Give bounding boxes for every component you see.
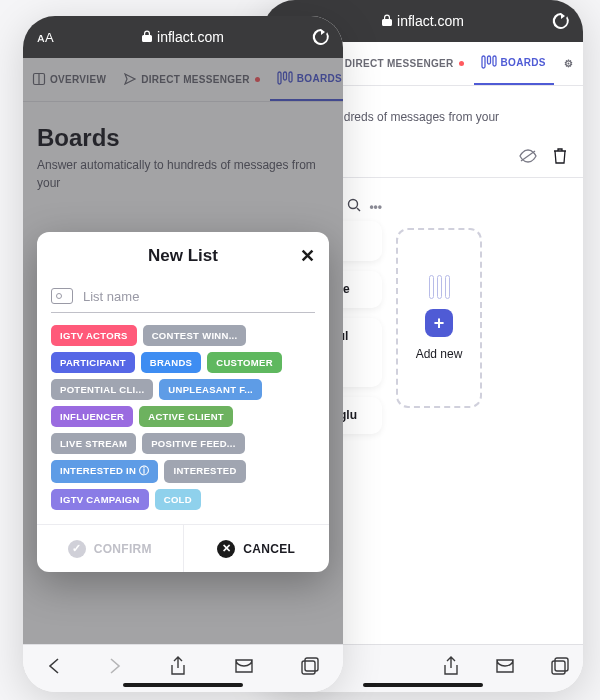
svg-rect-7 <box>555 658 568 671</box>
notification-dot <box>255 77 260 82</box>
tab-overview[interactable]: OVERVIEW <box>25 58 114 101</box>
tag-chip[interactable]: POTENTIAL CLI... <box>51 379 153 400</box>
lock-icon <box>142 29 152 45</box>
cancel-button[interactable]: ✕ CANCEL <box>184 525 330 572</box>
home-indicator <box>363 683 483 687</box>
list-name-row <box>51 288 315 313</box>
reload-icon[interactable] <box>551 11 571 31</box>
modal-footer: ✓ CONFIRM ✕ CANCEL <box>37 524 329 572</box>
notification-dot <box>459 61 464 66</box>
phone-left: ᴀA inflact.com OVERVIEW DIRECT MESSENGER <box>23 16 343 692</box>
tag-chip[interactable]: INFLUENCER <box>51 406 133 427</box>
tag-chip[interactable]: LIVE STREAM <box>51 433 136 454</box>
modal-header: New List ✕ <box>37 232 329 280</box>
page-content-left: OVERVIEW DIRECT MESSENGER BOARDS ⚙ Board… <box>23 58 343 644</box>
tag-icon <box>51 288 73 304</box>
confirm-button[interactable]: ✓ CONFIRM <box>37 525 184 572</box>
tag-chip[interactable]: CUSTOMER <box>207 352 282 373</box>
tab-direct-messenger[interactable]: DIRECT MESSENGER <box>116 58 268 101</box>
svg-line-5 <box>357 208 360 211</box>
modal-title: New List <box>148 246 218 266</box>
messenger-icon <box>124 73 136 87</box>
back-icon[interactable] <box>47 657 61 680</box>
tag-chip[interactable]: POSITIVE FEED... <box>142 433 245 454</box>
svg-rect-6 <box>552 661 565 674</box>
browser-url-bar: ᴀA inflact.com <box>23 16 343 58</box>
svg-rect-12 <box>289 72 292 82</box>
tag-chip[interactable]: IGTV CAMPAIGN <box>51 489 149 510</box>
add-new-column-button[interactable]: + Add new <box>396 228 482 408</box>
search-icon[interactable] <box>347 198 361 215</box>
tag-chip[interactable]: ACTIVE CLIENT <box>139 406 233 427</box>
tabs-icon[interactable] <box>301 657 319 680</box>
tags-container: IGTV ACTORSCONTEST WINN...PARTICIPANTBRA… <box>51 325 315 510</box>
new-list-modal: New List ✕ IGTV ACTORSCONTEST WINN...PAR… <box>37 232 329 572</box>
svg-rect-11 <box>283 72 286 80</box>
bookmarks-icon[interactable] <box>495 658 515 679</box>
trash-icon[interactable] <box>551 148 569 167</box>
tag-chip[interactable]: UNPLEASANT F... <box>159 379 262 400</box>
boards-icon <box>482 56 496 70</box>
tag-chip[interactable]: CONTEST WINN... <box>143 325 247 346</box>
list-name-input[interactable] <box>83 289 315 304</box>
tag-chip[interactable]: BRANDS <box>141 352 201 373</box>
overview-icon <box>33 73 45 87</box>
columns-icon <box>429 275 450 299</box>
tab-more[interactable]: ⚙ <box>556 42 581 85</box>
check-icon: ✓ <box>68 540 86 558</box>
nav-tabs: OVERVIEW DIRECT MESSENGER BOARDS ⚙ <box>23 58 343 102</box>
url-domain: inflact.com <box>397 13 464 29</box>
plus-icon: + <box>425 309 453 337</box>
tag-chip[interactable]: INTERESTED <box>164 460 245 483</box>
tag-chip[interactable]: PARTICIPANT <box>51 352 135 373</box>
close-icon: ✕ <box>217 540 235 558</box>
bookmarks-icon[interactable] <box>234 658 254 679</box>
svg-rect-10 <box>278 72 281 84</box>
svg-rect-2 <box>493 56 496 66</box>
modal-body: IGTV ACTORSCONTEST WINN...PARTICIPANTBRA… <box>37 280 329 524</box>
share-icon[interactable] <box>170 656 186 681</box>
tab-boards[interactable]: BOARDS <box>474 42 554 85</box>
svg-point-4 <box>349 200 358 209</box>
svg-rect-1 <box>487 56 490 64</box>
home-indicator <box>123 683 243 687</box>
tab-boards[interactable]: BOARDS <box>270 58 343 101</box>
reload-icon[interactable] <box>311 27 331 47</box>
tag-chip[interactable]: INTERESTED IN ⓘ <box>51 460 158 483</box>
page-title: Boards <box>23 102 343 156</box>
text-size-icon[interactable]: ᴀA <box>37 30 54 45</box>
url-domain: inflact.com <box>157 29 224 45</box>
share-icon[interactable] <box>443 656 459 681</box>
boards-icon <box>278 72 292 86</box>
tag-chip[interactable]: COLD <box>155 489 201 510</box>
svg-rect-14 <box>305 658 318 671</box>
lock-icon <box>382 13 392 29</box>
page-subtitle: Answer automatically to hundreds of mess… <box>23 156 343 204</box>
close-icon[interactable]: ✕ <box>300 245 315 267</box>
visibility-icon[interactable] <box>519 149 537 166</box>
svg-rect-13 <box>302 661 315 674</box>
svg-rect-0 <box>482 56 485 68</box>
tabs-icon[interactable] <box>551 657 569 680</box>
more-icon[interactable]: ••• <box>369 200 382 214</box>
forward-icon[interactable] <box>108 657 122 680</box>
gear-icon: ⚙ <box>564 58 573 69</box>
tag-chip[interactable]: IGTV ACTORS <box>51 325 137 346</box>
